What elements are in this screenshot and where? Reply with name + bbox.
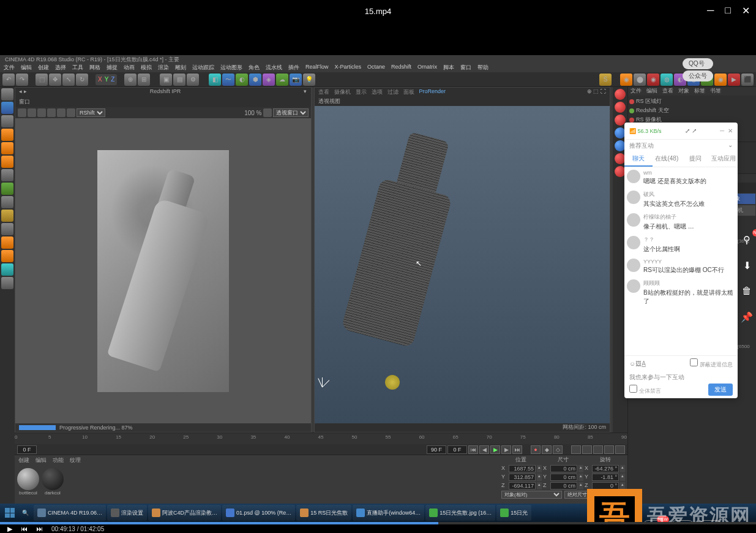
menubar[interactable]: 文件编辑创建选择工具网格捕捉动画模拟渲染雕刻运动跟踪运动图形角色流水线插件Rea… (0, 64, 756, 72)
tl-first-icon[interactable]: ⏮ (468, 445, 478, 454)
ipr-viewport[interactable] (15, 118, 311, 423)
qq-badges[interactable]: QQ号 公众号 (683, 58, 713, 81)
ipr-zoom-spin[interactable] (263, 108, 272, 117)
rs-ipr-icon[interactable]: ⬛ (741, 74, 754, 86)
point-mode-icon[interactable] (1, 129, 13, 141)
menu-渲染[interactable]: 渲染 (158, 64, 169, 72)
menu-编辑[interactable]: 编辑 (21, 64, 32, 72)
poly-mode-icon[interactable] (1, 156, 13, 168)
chat-tab-2[interactable]: 提问 (681, 152, 709, 167)
menu-流水线[interactable]: 流水线 (266, 64, 282, 72)
spline-icon[interactable]: 〜 (222, 74, 234, 86)
tl-prev-icon[interactable]: ◀ (479, 445, 489, 454)
taskbar-01.psd @ 100% (Re…[interactable]: 01.psd @ 100% (Re… (222, 505, 295, 521)
menu-网格[interactable]: 网格 (89, 64, 100, 72)
render-region-icon[interactable]: ▤ (173, 74, 185, 86)
timeline[interactable]: 051015202530354045505560657075808590 ⏮ ◀… (15, 433, 627, 455)
tl-cur[interactable] (447, 445, 467, 454)
menu-创建[interactable]: 创建 (38, 64, 49, 72)
tl-key-icon[interactable]: ◆ (542, 445, 552, 454)
menu-动画[interactable]: 动画 (124, 64, 135, 72)
rs-camera-icon[interactable]: ◉ (647, 74, 659, 86)
obj-RS 区域灯[interactable]: RS 区域灯 (629, 97, 755, 106)
ipr-stop-icon[interactable] (28, 108, 36, 117)
taskbar-15日光焦散.jpg (16…[interactable]: 15日光焦散.jpg (16… (425, 505, 495, 521)
prev-track-icon[interactable]: ⏮ (21, 525, 28, 532)
play-icon[interactable]: ▶ (7, 525, 12, 533)
rs-env-icon[interactable]: ◍ (661, 74, 673, 86)
snap-toggle-icon[interactable] (1, 210, 13, 222)
ipr-bucket-icon[interactable] (67, 108, 75, 117)
tl-param-icon[interactable] (604, 445, 614, 454)
model-mode-icon[interactable] (1, 88, 13, 100)
qq-badge-top[interactable]: QQ号 (683, 58, 713, 69)
undo-icon[interactable]: ↶ (2, 74, 15, 86)
taskbar-直播助手(window64…[interactable]: 直播助手(window64… (353, 505, 424, 521)
render-settings-icon[interactable]: ⚙ (187, 74, 199, 86)
obj-Redshift 天空[interactable]: Redshift 天空 (629, 106, 755, 115)
delete-icon[interactable]: 🗑 (740, 284, 754, 298)
coord-mode-1[interactable]: 对象(相对) (501, 491, 562, 499)
uv-poly-icon[interactable] (1, 263, 13, 276)
menu-RealFlow[interactable]: RealFlow (305, 64, 329, 72)
locked-workplane-icon[interactable] (1, 223, 13, 235)
rs-icon[interactable]: ◉ (620, 74, 632, 86)
search-icon[interactable]: 🔍 (18, 505, 32, 521)
tl-end[interactable] (427, 445, 446, 454)
snap-icon[interactable]: ⊞ (138, 74, 150, 86)
vp-tab-2[interactable]: 显示 (356, 88, 367, 97)
camera-icon[interactable]: 📷 (290, 74, 302, 86)
start-button[interactable] (2, 505, 17, 521)
close-icon[interactable]: ✕ (742, 5, 750, 17)
minimize-icon[interactable]: ─ (707, 5, 714, 17)
scale-icon[interactable]: ⤡ (62, 74, 75, 86)
chat-close-icon[interactable]: ✕ (728, 127, 733, 134)
menu-脚本[interactable]: 脚本 (443, 64, 454, 72)
menu-Octane[interactable]: Octane (367, 64, 385, 72)
ipr-view-select[interactable]: 透视窗口 (273, 108, 309, 117)
normal-icon[interactable] (1, 277, 13, 289)
tl-rec-icon[interactable]: ● (531, 445, 541, 454)
uv-point-icon[interactable] (1, 250, 13, 262)
share-icon[interactable]: ⚲ (740, 233, 754, 246)
chat-tab-3[interactable]: 互动应用 (709, 152, 738, 167)
tl-pla-icon[interactable] (615, 445, 625, 454)
texture-mode-icon[interactable] (1, 102, 13, 114)
send-button[interactable]: 发送 (708, 384, 733, 396)
vp-tab-1[interactable]: 摄像机 (334, 88, 351, 97)
material-ball-2[interactable] (42, 468, 64, 490)
vp-tab-6[interactable]: ProRender (419, 88, 446, 97)
material-manager[interactable]: 创建编辑功能纹理 bottlecol darkcol (15, 455, 499, 504)
menu-窗口[interactable]: 窗口 (460, 64, 471, 72)
taskbar-15 RS日光焦散[interactable]: 15 RS日光焦散 (296, 505, 351, 521)
nav-orb-2[interactable] (615, 102, 626, 113)
main-toolbar[interactable]: ↶ ↷ ⬚ ✥ ⤡ ↻ XYZ ⊕ ⊞ ▣ ▤ ⚙ ◧ 〜 ◐ ⬢ ◈ ☁ 📷 (0, 72, 756, 87)
move-icon[interactable]: ✥ (49, 74, 61, 86)
rotate-icon[interactable]: ↻ (76, 74, 88, 86)
rs-tex-icon[interactable]: ◉ (714, 74, 727, 86)
menu-运动图形[interactable]: 运动图形 (220, 64, 242, 72)
ipr-mode-select[interactable]: RShift (77, 108, 105, 117)
tweak-icon[interactable] (1, 236, 13, 249)
nurbs-icon[interactable]: ◐ (236, 74, 248, 86)
vp-tab-4[interactable]: 过滤 (387, 88, 399, 97)
side-action-bar[interactable]: ⚲ ⬇ 🗑 📌NEW (738, 233, 756, 323)
ipr-lock-icon[interactable] (37, 108, 46, 117)
enable-icon[interactable] (1, 183, 13, 195)
menu-X-Particles[interactable]: X-Particles (335, 64, 362, 72)
taskbar-15日光[interactable]: 15日光 (496, 505, 531, 521)
chat-panel[interactable]: 📶 56.3 KB/s ⤢ ↗ ─✕ 推荐互动⌄ 聊天在线(48)提问互动应用 … (624, 123, 738, 398)
pin-icon[interactable]: 📌NEW (740, 310, 754, 323)
video-progress[interactable] (0, 522, 756, 524)
edge-mode-icon[interactable] (1, 142, 13, 154)
menu-Ornatrix[interactable]: Ornatrix (417, 64, 437, 72)
axis-icon[interactable] (1, 169, 13, 181)
viewport-menu[interactable]: 查看摄像机显示选项过滤面板ProRender (318, 88, 446, 97)
chevron-down-icon[interactable]: ⌄ (728, 142, 733, 150)
ipr-menu[interactable]: 窗口 (15, 97, 311, 107)
next-track-icon[interactable]: ⏭ (36, 525, 43, 532)
video-controls-bar[interactable]: ▶ ⏮ ⏭ 00:49:13 / 01:42:05 (0, 522, 756, 533)
tl-play-icon[interactable]: ▶ (490, 445, 500, 454)
viewport-solo-icon[interactable] (1, 196, 13, 208)
vp-tab-0[interactable]: 查看 (318, 88, 329, 97)
